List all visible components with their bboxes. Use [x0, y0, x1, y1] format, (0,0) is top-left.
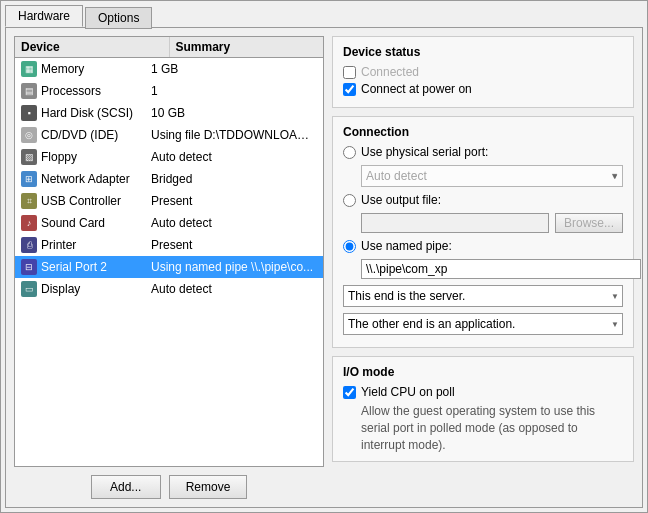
physical-port-radio[interactable] [343, 146, 356, 159]
tab-options[interactable]: Options [85, 7, 152, 29]
serial-icon: ⊟ [21, 259, 37, 275]
table-row[interactable]: ▪ Hard Disk (SCSI) 10 GB [15, 102, 323, 124]
device-summary: Using named pipe \\.\pipe\co... [145, 258, 323, 276]
device-summary: Present [145, 236, 323, 254]
connected-row: Connected [343, 65, 623, 79]
app-select-row: The other end is an application. The oth… [343, 313, 623, 335]
content-area: Device Summary ▦ Memory 1 GB ▤ Processor… [5, 27, 643, 508]
connect-power-row: Connect at power on [343, 82, 623, 96]
device-status-title: Device status [343, 45, 623, 59]
server-end-select[interactable]: This end is the server. This end is the … [343, 285, 623, 307]
auto-detect-row: Auto detect ▼ [343, 165, 623, 187]
table-row[interactable]: ▭ Display Auto detect [15, 278, 323, 300]
device-summary: 1 [145, 82, 323, 100]
table-row[interactable]: ◎ CD/DVD (IDE) Using file D:\TDDOWNLOAD\… [15, 124, 323, 146]
device-name: Floppy [41, 150, 77, 164]
right-panel: Device status Connected Connect at power… [332, 36, 634, 499]
device-summary: Using file D:\TDDOWNLOAD\... [145, 126, 323, 144]
ram-icon: ▦ [21, 61, 37, 77]
auto-detect-wrapper: Auto detect ▼ [361, 165, 623, 187]
device-summary: 10 GB [145, 104, 323, 122]
device-summary: Auto detect [145, 214, 323, 232]
named-pipe-row: Use named pipe: [343, 239, 623, 253]
browse-button[interactable]: Browse... [555, 213, 623, 233]
yield-checkbox[interactable] [343, 386, 356, 399]
device-name: Serial Port 2 [41, 260, 107, 274]
table-row[interactable]: ⎙ Printer Present [15, 234, 323, 256]
output-file-radio[interactable] [343, 194, 356, 207]
table-body: ▦ Memory 1 GB ▤ Processors 1 ▪ Hard Disk… [15, 58, 323, 300]
pipe-input[interactable] [361, 259, 641, 279]
device-summary: 1 GB [145, 60, 323, 78]
connected-label[interactable]: Connected [361, 65, 419, 79]
display-icon: ▭ [21, 281, 37, 297]
device-table: Device Summary ▦ Memory 1 GB ▤ Processor… [14, 36, 324, 467]
device-summary: Auto detect [145, 280, 323, 298]
device-name: Sound Card [41, 216, 105, 230]
yield-row: Yield CPU on poll [343, 385, 623, 399]
table-header: Device Summary [15, 37, 323, 58]
io-mode-section: I/O mode Yield CPU on poll Allow the gue… [332, 356, 634, 462]
named-pipe-radio[interactable] [343, 240, 356, 253]
device-name: Memory [41, 62, 84, 76]
connect-power-label[interactable]: Connect at power on [361, 82, 472, 96]
named-pipe-label[interactable]: Use named pipe: [361, 239, 452, 253]
tab-hardware[interactable]: Hardware [5, 5, 83, 27]
io-description: Allow the guest operating system to use … [361, 403, 623, 453]
cd-icon: ◎ [21, 127, 37, 143]
connect-power-checkbox[interactable] [343, 83, 356, 96]
floppy-icon: ▨ [21, 149, 37, 165]
auto-detect-select[interactable]: Auto detect [361, 165, 623, 187]
device-name: USB Controller [41, 194, 121, 208]
left-panel: Device Summary ▦ Memory 1 GB ▤ Processor… [14, 36, 324, 499]
cpu-icon: ▤ [21, 83, 37, 99]
output-file-input[interactable] [361, 213, 549, 233]
table-row[interactable]: ▦ Memory 1 GB [15, 58, 323, 80]
io-mode-title: I/O mode [343, 365, 623, 379]
sound-icon: ♪ [21, 215, 37, 231]
connection-title: Connection [343, 125, 623, 139]
table-row[interactable]: ⊟ Serial Port 2 Using named pipe \\.\pip… [15, 256, 323, 278]
tab-bar: Hardware Options [1, 1, 647, 27]
physical-port-label[interactable]: Use physical serial port: [361, 145, 488, 159]
table-row[interactable]: ⌗ USB Controller Present [15, 190, 323, 212]
disk-icon: ▪ [21, 105, 37, 121]
app-select-wrapper: The other end is an application. The oth… [343, 313, 623, 335]
device-name: CD/DVD (IDE) [41, 128, 118, 142]
yield-label[interactable]: Yield CPU on poll [361, 385, 455, 399]
table-row[interactable]: ▨ Floppy Auto detect [15, 146, 323, 168]
device-summary: Bridged [145, 170, 323, 188]
net-icon: ⊞ [21, 171, 37, 187]
server-select-wrapper: This end is the server. This end is the … [343, 285, 623, 307]
table-row[interactable]: ⊞ Network Adapter Bridged [15, 168, 323, 190]
server-select-row: This end is the server. This end is the … [343, 285, 623, 307]
device-name: Network Adapter [41, 172, 130, 186]
col-device: Device [15, 37, 170, 57]
physical-port-row: Use physical serial port: [343, 145, 623, 159]
other-end-select[interactable]: The other end is an application. The oth… [343, 313, 623, 335]
device-name: Printer [41, 238, 76, 252]
device-name: Processors [41, 84, 101, 98]
remove-button[interactable]: Remove [169, 475, 248, 499]
device-status-section: Device status Connected Connect at power… [332, 36, 634, 108]
connected-checkbox[interactable] [343, 66, 356, 79]
output-file-input-row: Browse... [343, 213, 623, 233]
pipe-value-row [343, 259, 623, 285]
printer-icon: ⎙ [21, 237, 37, 253]
device-name: Hard Disk (SCSI) [41, 106, 133, 120]
table-row[interactable]: ♪ Sound Card Auto detect [15, 212, 323, 234]
add-button[interactable]: Add... [91, 475, 161, 499]
main-window: Hardware Options Device Summary ▦ Memory… [0, 0, 648, 513]
device-name: Display [41, 282, 80, 296]
device-summary: Present [145, 192, 323, 210]
output-file-label[interactable]: Use output file: [361, 193, 441, 207]
bottom-buttons: Add... Remove [14, 475, 324, 499]
table-row[interactable]: ▤ Processors 1 [15, 80, 323, 102]
output-file-row: Use output file: [343, 193, 623, 207]
device-summary: Auto detect [145, 148, 323, 166]
connection-section: Connection Use physical serial port: Aut… [332, 116, 634, 348]
col-summary: Summary [170, 37, 324, 57]
usb-icon: ⌗ [21, 193, 37, 209]
